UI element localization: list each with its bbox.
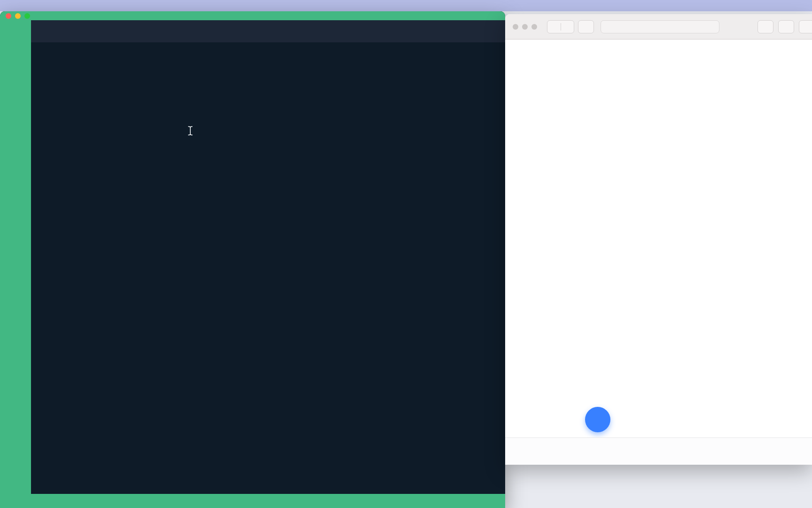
minimize-window-button[interactable] <box>15 13 21 19</box>
ion-tab-bar <box>505 437 812 465</box>
new-tab-button[interactable] <box>799 20 812 33</box>
camera-fab-button[interactable] <box>585 407 610 432</box>
vscode-title-bar[interactable] <box>0 11 505 20</box>
activity-bar <box>0 20 31 494</box>
window-controls[interactable] <box>6 13 30 19</box>
macos-menu-bar <box>0 0 812 11</box>
minimize-window-button[interactable] <box>522 24 528 30</box>
divider <box>561 23 561 31</box>
breadcrumb[interactable] <box>31 42 505 56</box>
editor-tab-strip <box>31 20 505 42</box>
tab-overview-button[interactable] <box>778 20 794 33</box>
sidebar-button[interactable] <box>578 20 594 33</box>
safari-window-controls[interactable] <box>513 24 537 30</box>
zoom-window-button[interactable] <box>531 24 537 30</box>
close-window-button[interactable] <box>513 24 518 30</box>
status-bar <box>0 494 505 508</box>
safari-toolbar <box>505 14 812 40</box>
web-page-content <box>505 40 812 465</box>
code-editor[interactable] <box>31 56 505 494</box>
address-bar[interactable] <box>601 20 719 33</box>
safari-window <box>505 14 812 465</box>
mouse-cursor-ibeam <box>187 125 194 138</box>
zoom-window-button[interactable] <box>24 13 30 19</box>
vscode-window <box>0 11 505 508</box>
share-button[interactable] <box>757 20 773 33</box>
nav-back-forward-group <box>547 20 574 33</box>
close-window-button[interactable] <box>6 13 11 19</box>
